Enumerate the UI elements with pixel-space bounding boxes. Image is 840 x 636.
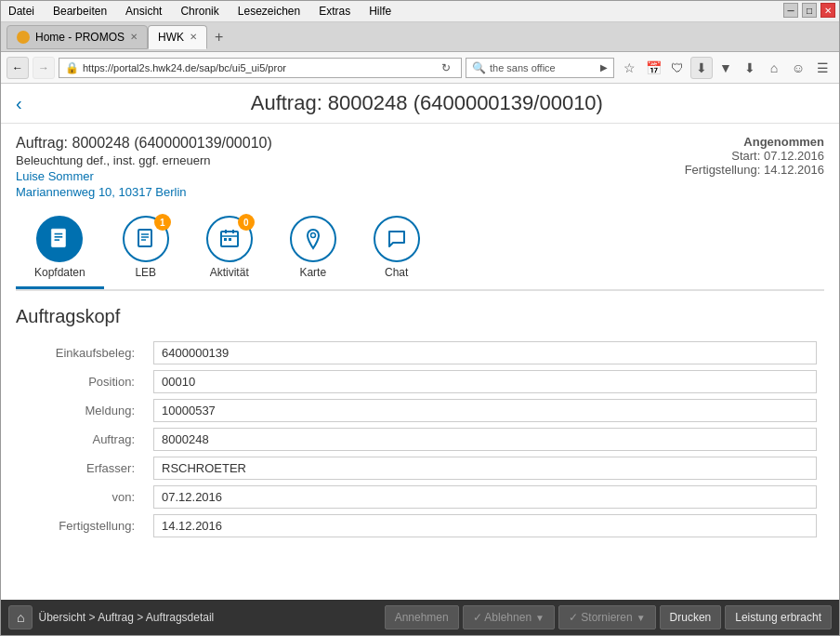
menu-datei[interactable]: Datei xyxy=(5,3,38,20)
more-icon[interactable]: ▼ xyxy=(715,57,737,79)
new-tab-button[interactable]: + xyxy=(211,29,227,46)
svg-rect-12 xyxy=(224,238,227,241)
tab-kopfdaten[interactable]: Kopfdaten xyxy=(16,212,104,289)
form-field[interactable]: 00010 xyxy=(153,370,817,393)
menu-icon[interactable]: ☰ xyxy=(811,57,833,79)
page-back-button[interactable]: ‹ xyxy=(16,93,22,114)
dates-section: Angenommen Start: 07.12.2016 Fertigstell… xyxy=(685,135,824,177)
tools-icon[interactable]: ⬇ xyxy=(739,57,761,79)
menu-lesezeichen[interactable]: Lesezeichen xyxy=(234,3,304,20)
tab-chat[interactable]: Chat xyxy=(355,212,439,287)
search-icon: 🔍 xyxy=(472,61,486,74)
window-close[interactable]: ✕ xyxy=(820,3,835,18)
form-label: Meldung: xyxy=(16,396,146,425)
tab-aktivitaet[interactable]: 0 Aktivität xyxy=(188,212,271,287)
start-date: Start: 07.12.2016 xyxy=(685,149,824,163)
svg-rect-13 xyxy=(229,238,231,241)
order-info: Auftrag: 8000248 (6400000139/00010) Bele… xyxy=(16,135,824,201)
order-info-left: Auftrag: 8000248 (6400000139/00010) Bele… xyxy=(16,135,272,201)
leb-label: LEB xyxy=(135,266,156,279)
page-content[interactable]: Auftrag: 8000248 (6400000139/00010) Bele… xyxy=(1,124,839,600)
btn-label: Drucken xyxy=(670,611,712,624)
menu-extras[interactable]: Extras xyxy=(315,3,354,20)
order-address: Mariannenweg 10, 10317 Berlin xyxy=(16,185,272,199)
form-label: Position: xyxy=(16,367,146,396)
address-bar: ← → 🔒 https://portal2s.hwk24.de/sap/bc/u… xyxy=(1,52,839,84)
tab-hwk[interactable]: HWK ✕ xyxy=(148,25,207,49)
form-row: Position: 00010 xyxy=(16,367,824,396)
form-row: Auftrag: 8000248 xyxy=(16,425,824,454)
karte-icon-circle xyxy=(290,216,336,262)
order-person: Luise Sommer xyxy=(16,169,272,183)
url-box: 🔒 https://portal2s.hwk24.de/sap/bc/ui5_u… xyxy=(59,58,462,78)
back-button[interactable]: ← xyxy=(7,57,29,79)
menu-bar: Datei Bearbeiten Ansicht Chronik Lesezei… xyxy=(1,1,839,22)
bookmark-icon[interactable]: ☆ xyxy=(618,57,640,79)
action-btn-ablehnen[interactable]: ✓ Ablehnen▼ xyxy=(463,605,555,629)
status-badge: Angenommen xyxy=(685,135,824,149)
breadcrumb: Übersicht > Auftrag > Auftragsdetail xyxy=(38,611,214,624)
svg-point-14 xyxy=(310,233,315,238)
menu-bearbeiten[interactable]: Bearbeiten xyxy=(49,3,111,20)
action-btn-leistung-erbracht[interactable]: Leistung erbracht xyxy=(725,605,832,629)
form-value-cell: RSCHROETER xyxy=(146,454,824,483)
action-btn-stornieren[interactable]: ✓ Stornieren▼ xyxy=(558,605,656,629)
tab-karte[interactable]: Karte xyxy=(271,212,355,287)
form-value-cell: 6400000139 xyxy=(146,338,824,367)
icon-tabs: Kopfdaten 1 LEB xyxy=(16,212,824,291)
aktivitaet-icon-circle: 0 xyxy=(206,216,253,262)
tab-leb[interactable]: 1 LEB xyxy=(104,212,188,287)
form-field[interactable]: 8000248 xyxy=(153,428,817,451)
btn-label: Annehmen xyxy=(395,611,449,624)
page-title: Auftrag: 8000248 (6400000139/00010) xyxy=(30,91,824,115)
form-field[interactable]: 6400000139 xyxy=(153,341,817,364)
leb-icon-circle: 1 xyxy=(123,216,169,262)
chat-icon-circle xyxy=(374,216,420,262)
form-label: Einkaufsbeleg: xyxy=(16,338,146,367)
form-label: Auftrag: xyxy=(16,425,146,454)
order-description: Beleuchtung def., inst. ggf. erneuern xyxy=(16,153,272,167)
shield-icon[interactable]: 🛡 xyxy=(666,57,689,79)
refresh-button[interactable]: ↻ xyxy=(437,59,455,77)
form-value-cell: 10000537 xyxy=(146,396,824,425)
search-arrow[interactable]: ▶ xyxy=(600,62,608,73)
tab-home-close[interactable]: ✕ xyxy=(130,32,138,42)
menu-hilfe[interactable]: Hilfe xyxy=(365,3,395,20)
emoji-icon[interactable]: ☺ xyxy=(787,57,809,79)
page: ‹ Auftrag: 8000248 (6400000139/00010) Au… xyxy=(1,84,839,635)
search-box[interactable]: 🔍 the sans office ▶ xyxy=(466,58,614,78)
form-table: Einkaufsbeleg: 6400000139 Position: 0001… xyxy=(16,338,824,540)
btn-label: ✓ Ablehnen xyxy=(473,611,532,624)
form-label: Fertigstellung: xyxy=(16,511,146,540)
menu-ansicht[interactable]: Ansicht xyxy=(122,3,165,20)
menu-chronik[interactable]: Chronik xyxy=(177,3,222,20)
home-button[interactable]: ⌂ xyxy=(8,605,33,629)
btn-label: ✓ Stornieren xyxy=(569,611,633,624)
badge-aktivitaet: 0 xyxy=(238,214,255,231)
url-text[interactable]: https://portal2s.hwk24.de/sap/bc/ui5_ui5… xyxy=(83,62,437,73)
section-title: Auftragskopf xyxy=(16,306,824,327)
tab-hwk-close[interactable]: ✕ xyxy=(190,32,197,42)
browser-window: Datei Bearbeiten Ansicht Chronik Lesezei… xyxy=(0,0,840,636)
tab-home-promos[interactable]: Home - PROMOS ✕ xyxy=(7,25,148,49)
form-field[interactable]: RSCHROETER xyxy=(153,457,817,480)
home-nav-icon[interactable]: ⌂ xyxy=(763,57,785,79)
action-btn-annehmen[interactable]: Annehmen xyxy=(385,605,459,629)
kopfdaten-label: Kopfdaten xyxy=(34,266,85,279)
form-field[interactable]: 10000537 xyxy=(153,399,817,422)
window-minimize[interactable]: ─ xyxy=(783,3,798,18)
form-value-cell: 00010 xyxy=(146,367,824,396)
tab-bar: Home - PROMOS ✕ HWK ✕ + xyxy=(1,22,839,52)
aktivitaet-label: Aktivität xyxy=(210,266,249,279)
dropdown-arrow: ▼ xyxy=(637,613,646,623)
window-maximize[interactable]: □ xyxy=(802,3,817,18)
form-field[interactable]: 14.12.2016 xyxy=(153,514,817,537)
action-btn-drucken[interactable]: Drucken xyxy=(660,605,722,629)
page-header: ‹ Auftrag: 8000248 (6400000139/00010) xyxy=(1,84,839,124)
forward-button[interactable]: → xyxy=(33,57,55,79)
calendar-icon[interactable]: 📅 xyxy=(642,57,664,79)
form-field[interactable]: 07.12.2016 xyxy=(153,485,817,509)
download-icon[interactable]: ⬇ xyxy=(690,57,713,79)
form-row: Erfasser: RSCHROETER xyxy=(16,454,824,483)
bottom-bar: ⌂ Übersicht > Auftrag > Auftragsdetail A… xyxy=(1,600,839,635)
